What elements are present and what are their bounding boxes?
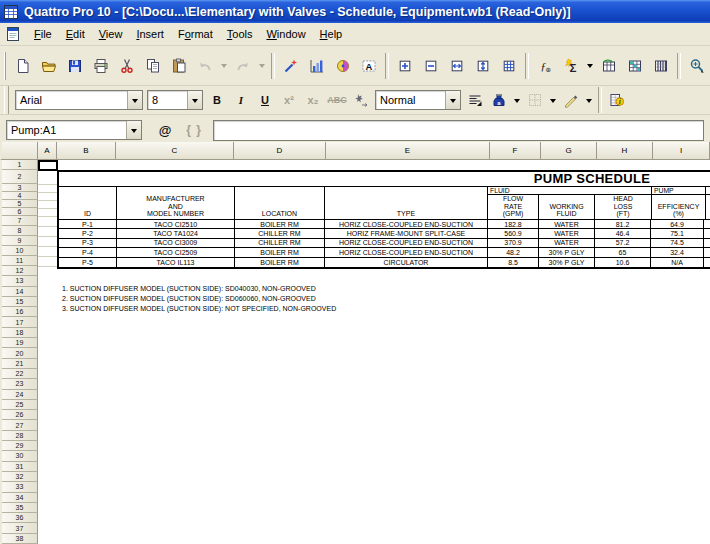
toolbar-grip[interactable] — [4, 86, 9, 114]
font-family-select[interactable]: Arial — [15, 90, 143, 110]
row-header-7[interactable]: 7 — [2, 216, 38, 226]
row-header-8[interactable]: 8 — [2, 226, 38, 236]
row-header-17[interactable]: 17 — [2, 317, 38, 327]
cell-location[interactable]: BOILER RM — [235, 248, 325, 256]
row-header-26[interactable]: 26 — [2, 410, 38, 420]
font-size-dropdown-button[interactable] — [187, 91, 202, 109]
row-header-34[interactable]: 34 — [2, 493, 38, 503]
row-header-15[interactable]: 15 — [2, 297, 38, 307]
column-header-G[interactable]: G — [541, 142, 597, 160]
cell-grid[interactable]: PUMP SCHEDULE ID MANUFACTURERANDMODEL NU… — [38, 160, 710, 544]
style-dropdown-button[interactable] — [445, 91, 460, 109]
cell-fluid[interactable]: 30% P GLY — [539, 248, 595, 256]
cell-type[interactable]: HORIZ FRAME-MOUNT SPLIT-CASE — [325, 229, 488, 237]
column-header-F[interactable]: F — [490, 142, 541, 160]
column-header-H[interactable]: H — [597, 142, 653, 160]
toolbar-grip[interactable] — [4, 52, 6, 80]
row-header-14[interactable]: 14 — [2, 287, 38, 297]
chart-button[interactable] — [304, 53, 330, 79]
cell-flow[interactable]: 48.2 — [488, 248, 539, 256]
quicksum-button[interactable]: Σ — [558, 53, 584, 79]
row-header-20[interactable]: 20 — [2, 348, 38, 358]
cell-id[interactable]: P-4 — [59, 248, 117, 256]
column-header-B[interactable]: B — [57, 142, 116, 160]
line-color-dropdown-button[interactable] — [583, 87, 595, 113]
header-working-fluid[interactable]: WORKINGFLUID — [539, 195, 595, 219]
row-header-2[interactable]: 2 — [2, 170, 38, 184]
new-document-button[interactable] — [10, 53, 36, 79]
group-mode-button[interactable] — [648, 53, 674, 79]
row-header-33[interactable]: 33 — [2, 482, 38, 492]
cell-flow[interactable]: 370.9 — [488, 239, 539, 247]
row-header-18[interactable]: 18 — [2, 328, 38, 338]
cell-eff[interactable]: 64.9 — [651, 220, 704, 228]
style-select[interactable]: Normal — [375, 90, 461, 110]
header-head-loss[interactable]: HEADLOSS(FT) — [595, 195, 651, 219]
cell-model[interactable]: TACO CI2509 — [117, 248, 235, 256]
formula-input[interactable] — [213, 120, 704, 141]
insert-rows-button[interactable] — [470, 53, 496, 79]
cell-flow[interactable]: 8.5 — [488, 258, 539, 267]
row-header-19[interactable]: 19 — [2, 338, 38, 348]
column-header-C[interactable]: C — [116, 142, 234, 160]
cell-eff[interactable]: 32.4 — [651, 248, 704, 256]
cell-model[interactable]: TACO TA1024 — [117, 229, 235, 237]
fill-color-button[interactable]: a — [488, 89, 510, 111]
menu-window[interactable]: Window — [259, 25, 312, 43]
cell-location[interactable]: CHILLER RM — [235, 239, 325, 247]
cell-reference-dropdown-button[interactable] — [126, 121, 141, 139]
header-flow-rate[interactable]: FLOWRATE(GPM) — [488, 195, 539, 219]
header-id[interactable]: ID — [59, 187, 117, 219]
cell-eff[interactable]: 75.1 — [651, 229, 704, 237]
cell-flow[interactable]: 182.8 — [488, 220, 539, 228]
bold-button[interactable]: B — [206, 89, 228, 111]
insert-cells-button[interactable] — [392, 53, 418, 79]
row-header-23[interactable]: 23 — [2, 379, 38, 389]
cell-borders-dropdown-button[interactable] — [547, 87, 559, 113]
group-label-fluid[interactable]: FLUID — [488, 187, 651, 195]
column-header-D[interactable]: D — [234, 142, 326, 160]
header-type[interactable]: TYPE — [325, 187, 488, 219]
cell-model[interactable]: TACO CI3009 — [117, 239, 235, 247]
row-header-35[interactable]: 35 — [2, 503, 38, 513]
speedformat-button[interactable] — [596, 53, 622, 79]
sheet-properties-button[interactable]: i — [606, 89, 628, 111]
open-button[interactable] — [36, 53, 62, 79]
menu-edit[interactable]: Edit — [59, 25, 92, 43]
row-header-11[interactable]: 11 — [2, 256, 38, 266]
selected-cell-a1[interactable] — [38, 160, 58, 171]
table-title-row[interactable]: PUMP SCHEDULE — [59, 172, 710, 187]
menu-insert[interactable]: Insert — [129, 25, 171, 43]
underline-button[interactable]: U — [254, 89, 276, 111]
row-header-28[interactable]: 28 — [2, 431, 38, 441]
header-efficiency[interactable]: EFFICIENCY(%) — [652, 195, 705, 219]
italic-button[interactable]: I — [230, 89, 252, 111]
cell-location[interactable]: CHILLER RM — [235, 229, 325, 237]
print-button[interactable] — [88, 53, 114, 79]
cell-fluid[interactable]: WATER — [539, 229, 595, 237]
row-header-38[interactable]: 38 — [2, 534, 38, 544]
cell-head[interactable]: 57.2 — [595, 239, 651, 247]
header-location[interactable]: LOCATION — [235, 187, 325, 219]
cell-id[interactable]: P-1 — [59, 220, 117, 228]
row-header-12[interactable]: 12 — [2, 266, 38, 276]
cell-type[interactable]: HORIZ CLOSE-COUPLED END-SUCTION — [325, 220, 488, 228]
cell-location[interactable]: BOILER RM — [235, 258, 325, 267]
column-header-A[interactable]: A — [38, 142, 57, 160]
quicksum-dropdown-button[interactable] — [584, 53, 596, 79]
formula-composer-button[interactable]: ƒ⊛ — [532, 53, 558, 79]
column-header-E[interactable]: E — [326, 142, 490, 160]
row-header-9[interactable]: 9 — [2, 236, 38, 246]
font-family-dropdown-button[interactable] — [127, 91, 142, 109]
format-as-table-button[interactable] — [622, 53, 648, 79]
cut-button[interactable] — [114, 53, 140, 79]
row-header-22[interactable]: 22 — [2, 369, 38, 379]
footnotes[interactable]: 1. SUCTION DIFFUSER MODEL (SUCTION SIDE)… — [62, 284, 336, 313]
cell-id[interactable]: P-3 — [59, 239, 117, 247]
cell-reference-box[interactable]: Pump:A1 — [6, 120, 142, 140]
row-header-3[interactable]: 3 — [2, 184, 38, 192]
cell-type[interactable]: HORIZ CLOSE-COUPLED END-SUCTION — [325, 239, 488, 247]
cell-location[interactable]: BOILER RM — [235, 220, 325, 228]
row-header-13[interactable]: 13 — [2, 276, 38, 286]
row-header-29[interactable]: 29 — [2, 441, 38, 451]
